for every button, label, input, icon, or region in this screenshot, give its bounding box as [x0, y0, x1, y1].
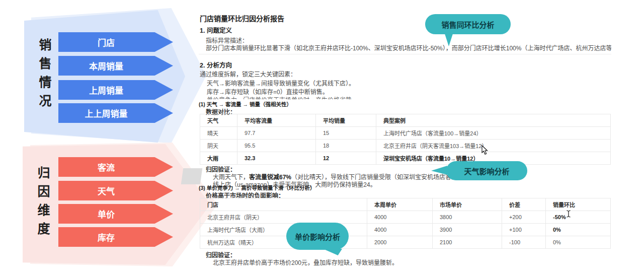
section1-body: 部分门店本周销量环比显著下滑（如北京王府井店环比-100%、深圳宝安机场店环比-… — [206, 43, 611, 52]
report-document: 门店销量环比归因分析报告 1. 问题定义 指标异常描述： 部分门店本周销量环比显… — [199, 0, 612, 275]
table-cell: 阴天 — [200, 140, 237, 152]
factor-weather: 天气→影响客流量→间接导致销量变化（尤其线下店）。 — [207, 79, 355, 87]
callout-weather-analysis[interactable]: 天气影响分析 — [446, 161, 527, 180]
section2-intro: 通过维度拆解，锁定三大关键因素： — [200, 70, 296, 78]
attribution-arrow-weather[interactable]: 天气 — [58, 181, 173, 200]
table-cell: 18 — [316, 140, 376, 152]
table-cell: 2100 — [433, 236, 502, 249]
table-row: 北京王府井店（阴天）40003800+200-50% — [200, 211, 611, 224]
table-cell: +200 — [502, 211, 546, 224]
sales-arrow-week-before[interactable]: 上上周销量 — [58, 103, 173, 123]
table-cell: 95.5 — [237, 140, 316, 152]
price-table[interactable]: 门店本周单价市场单价价差销量环比北京王府井店（阴天）40003800+200-5… — [200, 198, 611, 249]
attribution-arrow-price[interactable]: 单价 — [58, 204, 173, 224]
column-header: 天气 — [200, 114, 237, 127]
table-cell: 北京王府井店（阴天） — [200, 211, 367, 224]
section-divider — [199, 54, 611, 54]
column-header: 平均销量 — [316, 114, 376, 127]
table-cell: 晴天 — [200, 127, 237, 140]
column-header: 价差 — [502, 198, 546, 211]
table-row: 上海时代广场店（大雨）40003900+1000% — [200, 224, 611, 236]
analysis1-heading: (1) 天气 → 客流量 → 销量（强相关性） — [199, 100, 292, 108]
table-cell: 32.3 — [237, 152, 316, 165]
table-cell: 2000 — [367, 236, 433, 249]
column-header: 市场单价 — [433, 198, 502, 211]
table-row: 晴天97.715上海时代广场店（客流量100→销量24） — [200, 127, 611, 140]
callout-price-analysis[interactable]: 单价影响分析 — [286, 223, 349, 250]
table-cell: 12 — [316, 152, 376, 165]
factor-stock: 库存→库存短缺（如库存=0）直接中断销售。 — [207, 87, 329, 96]
weather-table[interactable]: 天气平均客流量平均销量典型案例晴天97.715上海时代广场店（客流量100→销量… — [200, 114, 611, 165]
column-header: 门店 — [200, 198, 367, 211]
canvas: 销售情况 门店 本周销量 上周销量 上上周销量 归因维度 客流 天气 单价 库存… — [0, 0, 644, 275]
table-cell: 0% — [546, 224, 611, 236]
column-header: 平均客流量 — [237, 114, 316, 127]
report-title: 门店销量环比归因分析报告 — [200, 13, 284, 23]
table-cell: -50% — [546, 211, 611, 224]
analysis3-heading: (3) 单价竞争力 → 高价导致销量下滑（环比分析） — [199, 184, 315, 191]
table-row: 杭州万达店（晴天）20002100-1000% — [200, 236, 611, 249]
table-cell: 0% — [546, 236, 611, 249]
table-row: 阴天95.518北京王府井店（阴天客流量103→销量12） — [200, 140, 611, 152]
sales-arrow-last-week[interactable]: 上周销量 — [58, 80, 173, 100]
table-cell: 4000 — [367, 211, 433, 224]
table-cell: 上海时代广场店（客流量100→销量24） — [376, 127, 611, 140]
attribution-group-label: 归因维度 — [36, 166, 49, 241]
table-cell: +100 — [502, 224, 546, 236]
section1-heading: 1. 问题定义 — [200, 25, 232, 35]
table-cell: 3800 — [433, 211, 502, 224]
section2-heading: 2. 分析方向 — [200, 60, 232, 70]
sales-group-label: 销售情况 — [38, 38, 50, 113]
text-ibeam-cursor-icon — [566, 210, 571, 220]
table-cell: 15 — [316, 127, 376, 140]
column-header: 典型案例 — [376, 114, 611, 127]
sales-arrow-store[interactable]: 门店 — [58, 32, 173, 52]
factor-price-clipped: 单价竞争力→门店单价高于市场单价时，产生价格劣势。 — [207, 95, 358, 99]
table-cell: 北京王府井店（阴天客流量103→销量12） — [376, 140, 611, 152]
table-header-row: 天气平均客流量平均销量典型案例 — [200, 114, 611, 127]
table-cell: 97.7 — [237, 127, 316, 140]
table-row: 大雨32.312深圳宝安机场店（客流量10→销量12） — [200, 152, 611, 165]
table-cell: 3900 — [433, 224, 502, 236]
column-header: 销量环比 — [546, 198, 611, 211]
callout-sales-wow-analysis[interactable]: 销售同环比分析 — [425, 14, 511, 34]
sales-arrow-this-week[interactable]: 本周销量 — [58, 56, 173, 76]
attribution-arrow-stock[interactable]: 库存 — [58, 227, 173, 247]
table-cell: 大雨 — [200, 152, 237, 165]
table-cell: 4000 — [367, 224, 433, 236]
verify2-line1: 北京王府井店单价高于市场价200元，叠加库存短缺，导致销量腰斩。 — [213, 258, 398, 266]
table-cell: -100 — [502, 236, 546, 249]
attribution-arrow-traffic[interactable]: 客流 — [58, 157, 173, 177]
table-header-row: 门店本周单价市场单价价差销量环比 — [200, 198, 611, 211]
mouse-cursor-icon — [481, 145, 489, 157]
column-header: 本周单价 — [367, 198, 433, 211]
